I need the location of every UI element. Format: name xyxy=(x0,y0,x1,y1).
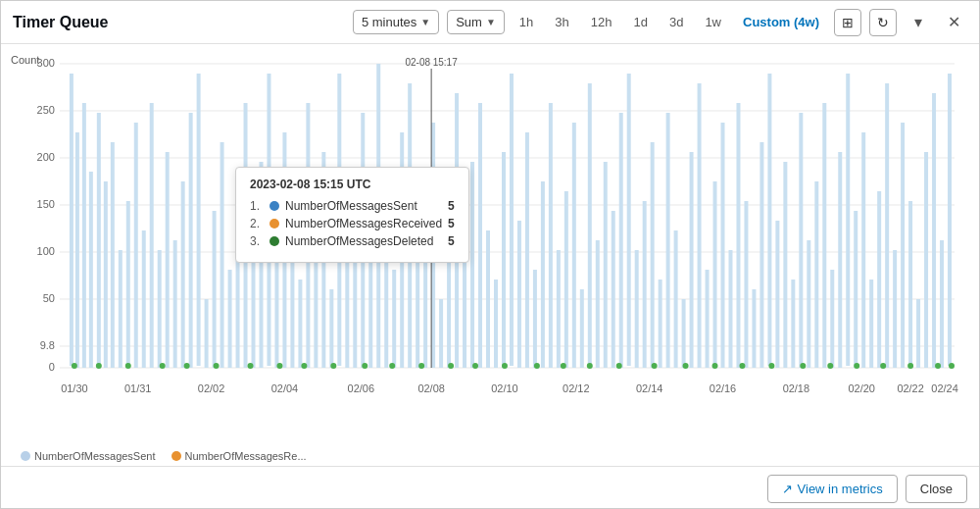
svg-point-154 xyxy=(362,363,368,369)
svg-rect-84 xyxy=(486,230,490,368)
custom-label: Custom (4w) xyxy=(743,15,819,29)
svg-rect-87 xyxy=(510,74,514,366)
header: Timer Queue 5 minutes ▼ Sum ▼ 1h 3h 12h … xyxy=(1,1,979,44)
tooltip-name-received: NumberOfMessagesReceived xyxy=(285,217,442,230)
svg-rect-94 xyxy=(564,191,568,368)
tooltip-dot-sent xyxy=(270,201,279,211)
time-btn-1d[interactable]: 1d xyxy=(626,11,654,33)
tooltip-index-3: 3. xyxy=(250,234,264,248)
time-btn-12h[interactable]: 12h xyxy=(584,11,619,33)
svg-rect-135 xyxy=(885,83,889,368)
svg-rect-93 xyxy=(557,250,561,368)
svg-rect-130 xyxy=(846,74,850,366)
time-btn-custom[interactable]: Custom (4w) xyxy=(736,11,826,33)
svg-rect-122 xyxy=(783,162,787,368)
aggregation-dropdown[interactable]: Sum ▼ xyxy=(447,10,505,34)
svg-rect-75 xyxy=(416,250,419,368)
svg-rect-114 xyxy=(721,123,725,368)
svg-rect-66 xyxy=(345,260,349,368)
time-btn-1h[interactable]: 1h xyxy=(513,11,540,33)
svg-rect-43 xyxy=(166,152,170,368)
svg-rect-111 xyxy=(698,83,702,368)
svg-rect-137 xyxy=(901,123,905,368)
tooltip-row-2: 2. NumberOfMessagesReceived 5 xyxy=(250,217,455,230)
svg-rect-46 xyxy=(189,113,193,368)
svg-text:9.8: 9.8 xyxy=(40,339,55,351)
svg-point-149 xyxy=(214,363,220,369)
footer: ↗ View in metrics Close xyxy=(1,466,979,509)
svg-text:01/30: 01/30 xyxy=(61,382,87,394)
legend-dot-received xyxy=(172,451,181,461)
svg-rect-138 xyxy=(908,201,912,368)
svg-rect-39 xyxy=(134,123,138,368)
chart-tooltip: 2023-02-08 15:15 UTC 1. NumberOfMessages… xyxy=(235,167,469,263)
external-link-icon: ↗ xyxy=(782,482,793,496)
view-metrics-button[interactable]: ↗ View in metrics xyxy=(767,475,898,503)
view-metrics-label: View in metrics xyxy=(798,482,883,496)
svg-rect-103 xyxy=(635,250,639,368)
svg-point-175 xyxy=(949,363,955,369)
svg-rect-142 xyxy=(940,240,944,368)
svg-rect-131 xyxy=(854,211,858,368)
svg-rect-95 xyxy=(572,123,576,368)
refresh-icon: ↻ xyxy=(877,15,889,30)
svg-rect-35 xyxy=(104,181,108,368)
crosshair-label: 02-08 15:17 xyxy=(406,57,459,68)
svg-text:50: 50 xyxy=(43,292,55,304)
svg-text:02/24: 02/24 xyxy=(931,382,957,394)
svg-rect-116 xyxy=(736,103,740,368)
svg-rect-140 xyxy=(924,152,928,368)
svg-rect-86 xyxy=(502,152,506,368)
svg-rect-37 xyxy=(119,250,122,368)
svg-text:300: 300 xyxy=(37,57,55,69)
svg-rect-60 xyxy=(298,280,302,368)
svg-rect-91 xyxy=(541,181,545,368)
calendar-icon: ⊞ xyxy=(842,15,854,30)
svg-rect-113 xyxy=(713,181,717,368)
svg-text:250: 250 xyxy=(37,104,55,116)
tooltip-index-1: 1. xyxy=(250,199,264,213)
close-label: Close xyxy=(920,482,953,496)
svg-text:02/14: 02/14 xyxy=(636,382,662,394)
svg-rect-108 xyxy=(674,230,678,368)
svg-point-156 xyxy=(418,363,424,369)
svg-text:02/18: 02/18 xyxy=(783,382,809,394)
svg-rect-136 xyxy=(893,250,897,368)
chart-canvas: 300 250 200 150 100 50 9.8 0 01/30 01/31 xyxy=(21,54,959,417)
svg-rect-105 xyxy=(651,142,655,368)
refresh-button[interactable]: ↻ xyxy=(869,9,897,36)
svg-rect-139 xyxy=(916,299,920,368)
svg-text:02/20: 02/20 xyxy=(848,382,874,394)
svg-point-145 xyxy=(96,363,102,369)
svg-point-171 xyxy=(854,363,859,369)
close-button[interactable]: ✕ xyxy=(940,9,967,36)
time-btn-3d[interactable]: 3d xyxy=(662,11,690,33)
svg-rect-99 xyxy=(604,162,608,368)
svg-rect-112 xyxy=(706,270,710,368)
interval-dropdown-icon: ▼ xyxy=(420,17,430,27)
svg-point-167 xyxy=(739,363,745,369)
interval-dropdown[interactable]: 5 minutes ▼ xyxy=(353,10,439,34)
svg-rect-57 xyxy=(274,250,278,368)
legend-label-sent: NumberOfMessagesSent xyxy=(34,450,156,462)
dropdown-menu-button[interactable]: ▾ xyxy=(905,9,932,36)
svg-rect-107 xyxy=(666,113,670,368)
calendar-button[interactable]: ⊞ xyxy=(834,9,861,36)
svg-rect-34 xyxy=(97,113,101,368)
svg-rect-97 xyxy=(588,83,592,368)
svg-text:150: 150 xyxy=(37,198,55,210)
legend-dot-sent xyxy=(21,451,30,461)
time-btn-3h[interactable]: 3h xyxy=(548,11,575,33)
svg-rect-89 xyxy=(525,132,529,368)
svg-text:02/10: 02/10 xyxy=(491,382,517,394)
svg-point-164 xyxy=(652,363,658,369)
svg-rect-104 xyxy=(643,201,647,368)
svg-point-170 xyxy=(827,363,833,369)
svg-text:02/08: 02/08 xyxy=(417,382,444,394)
close-footer-button[interactable]: Close xyxy=(906,475,967,503)
svg-rect-101 xyxy=(619,113,623,368)
tooltip-dot-received xyxy=(270,219,279,229)
time-btn-1w[interactable]: 1w xyxy=(698,11,728,33)
svg-rect-48 xyxy=(205,299,209,368)
interval-label: 5 minutes xyxy=(362,15,416,29)
